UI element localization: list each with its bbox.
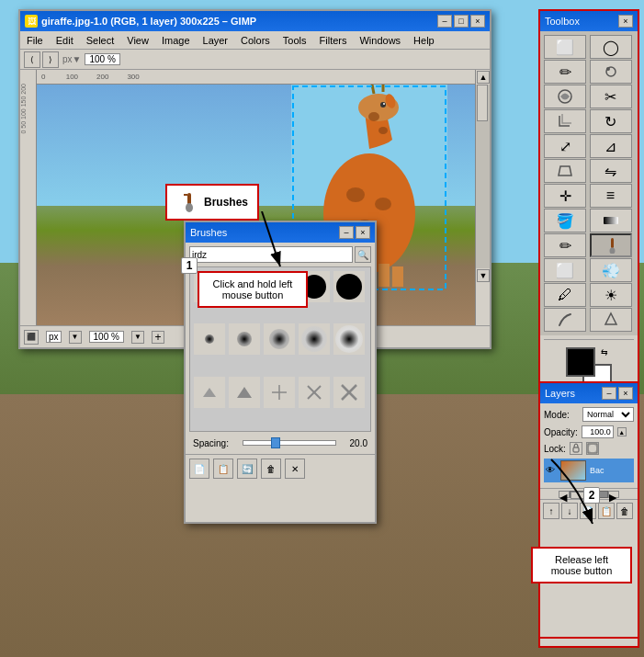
opacity-up[interactable]: ▲: [617, 427, 627, 436]
toolbox-title-bar: Toolbox ×: [540, 11, 638, 31]
tool-ellipse-select[interactable]: ◯: [590, 35, 632, 59]
menu-select[interactable]: Select: [84, 35, 118, 46]
tool-shear[interactable]: ⊿: [590, 134, 632, 158]
brushes-search-btn[interactable]: 🔍: [355, 246, 371, 263]
spacing-track: [243, 440, 336, 446]
menu-windows[interactable]: Windows: [356, 35, 403, 46]
brush-item-12[interactable]: [229, 377, 260, 408]
layers-close[interactable]: ×: [618, 387, 633, 400]
foreground-color-swatch[interactable]: [566, 347, 595, 377]
tool-perspective[interactable]: [544, 159, 586, 183]
svg-point-2: [368, 112, 379, 121]
menu-view[interactable]: View: [124, 35, 152, 46]
brush-item-11[interactable]: [194, 377, 225, 408]
tool-paintbrush[interactable]: [590, 233, 632, 257]
brush-new-btn[interactable]: 📄: [189, 459, 209, 479]
layers-minimize[interactable]: –: [602, 387, 616, 400]
tool-ink[interactable]: 🖊: [544, 283, 586, 307]
brush-item-14[interactable]: [299, 377, 330, 408]
mode-dropdown[interactable]: Normal: [582, 407, 634, 422]
swap-colors-btn[interactable]: ⇆: [601, 347, 612, 358]
spacing-slider[interactable]: [243, 437, 336, 448]
brush-refresh-btn[interactable]: 🔄: [237, 459, 257, 479]
tool-airbrush[interactable]: 💨: [590, 258, 632, 282]
arrow-1-svg: [216, 211, 308, 285]
vertical-scrollbar[interactable]: ▲ ▼: [475, 70, 490, 327]
brush-item-9[interactable]: [299, 323, 330, 355]
tool-rect-select[interactable]: ⬜: [544, 35, 586, 59]
window-controls: – □ ×: [437, 15, 485, 28]
arrow-2-svg: [505, 450, 625, 551]
spacing-thumb[interactable]: [271, 437, 280, 448]
opacity-input[interactable]: [582, 425, 614, 438]
tool-bucket[interactable]: 🪣: [544, 209, 586, 232]
tool-flip[interactable]: ⇋: [590, 159, 632, 183]
tool-move[interactable]: ✛: [544, 184, 586, 208]
close-button[interactable]: ×: [470, 15, 485, 28]
toolbox-close[interactable]: ×: [618, 15, 633, 28]
spacing-row: Spacing: 20.0: [189, 436, 371, 450]
brush-item-8[interactable]: [264, 323, 295, 355]
brush-item-15[interactable]: [333, 377, 365, 408]
zoom-arrow[interactable]: ▼: [131, 331, 144, 344]
brush-item-5[interactable]: [333, 271, 365, 302]
title-bar-left: 🖼 giraffe.jpg-1.0 (RGB, 1 layer) 300x225…: [25, 15, 256, 28]
menu-colors[interactable]: Colors: [238, 35, 273, 46]
svg-point-35: [609, 248, 615, 255]
brush-callout-icon: [176, 191, 198, 213]
navigate-btn[interactable]: +: [152, 331, 164, 344]
toolbox-separator-1: [544, 339, 634, 340]
zoom-display: 100 %: [85, 53, 119, 65]
status-arrow[interactable]: ▼: [69, 331, 82, 344]
svg-point-14: [383, 103, 385, 105]
brush-duplicate-btn[interactable]: 📋: [213, 459, 233, 479]
opacity-label: Opacity:: [544, 427, 578, 437]
menu-layer[interactable]: Layer: [200, 35, 232, 46]
tool-smudge[interactable]: [544, 308, 586, 332]
menu-image[interactable]: Image: [159, 35, 193, 46]
brush-item-10[interactable]: [333, 323, 365, 355]
tool-scissors[interactable]: ✂: [590, 85, 632, 108]
scroll-down-btn[interactable]: ▼: [477, 269, 490, 282]
menu-help[interactable]: Help: [411, 35, 437, 46]
unit-selector[interactable]: px▼: [62, 54, 81, 64]
svg-point-25: [186, 203, 193, 212]
menu-filters[interactable]: Filters: [317, 35, 350, 46]
horizontal-ruler: 0 100 200 300: [37, 70, 475, 85]
tool-blend[interactable]: [590, 209, 632, 232]
tool-rotate[interactable]: ↻: [590, 109, 632, 133]
scroll-up-btn[interactable]: ▲: [477, 71, 490, 84]
svg-rect-33: [604, 217, 618, 224]
brush-item-7[interactable]: [229, 323, 260, 355]
brushes-controls: – ×: [339, 226, 370, 239]
tool-select-color[interactable]: [544, 85, 586, 108]
menu-file[interactable]: File: [24, 35, 46, 46]
brushes-minimize[interactable]: –: [339, 226, 354, 239]
tool-sharpen[interactable]: [590, 308, 632, 332]
toolbar-btn-1[interactable]: ⟨: [24, 51, 40, 68]
minimize-button[interactable]: –: [437, 15, 452, 28]
tool-align[interactable]: ≡: [590, 184, 632, 208]
brush-close-btn[interactable]: ✕: [285, 459, 305, 479]
unit-label: px: [46, 331, 62, 343]
brushes-close[interactable]: ×: [356, 226, 370, 239]
tool-fuzzy-select[interactable]: [590, 60, 632, 84]
brush-item-13[interactable]: [264, 377, 295, 408]
menu-edit[interactable]: Edit: [53, 35, 76, 46]
tool-scale[interactable]: ⤢: [544, 134, 586, 158]
tool-eraser[interactable]: ⬜: [544, 258, 586, 282]
scroll-thumb[interactable]: [477, 85, 488, 121]
main-toolbar: ⟨ ⟩ px▼ 100 %: [20, 50, 490, 70]
tool-dodge[interactable]: ☀: [590, 283, 632, 307]
spacing-value: 20.0: [340, 438, 367, 448]
main-title-bar: 🖼 giraffe.jpg-1.0 (RGB, 1 layer) 300x225…: [20, 11, 490, 31]
brush-delete-btn[interactable]: 🗑: [261, 459, 281, 479]
maximize-button[interactable]: □: [454, 15, 469, 28]
tool-crop[interactable]: [544, 109, 586, 133]
brush-item-6[interactable]: [194, 323, 225, 355]
toolbox-title: Toolbox: [545, 16, 580, 27]
tool-pencil[interactable]: ✏: [544, 233, 586, 257]
tool-free-select[interactable]: ✏: [544, 60, 586, 84]
menu-tools[interactable]: Tools: [280, 35, 310, 46]
toolbar-btn-2[interactable]: ⟩: [42, 51, 59, 68]
